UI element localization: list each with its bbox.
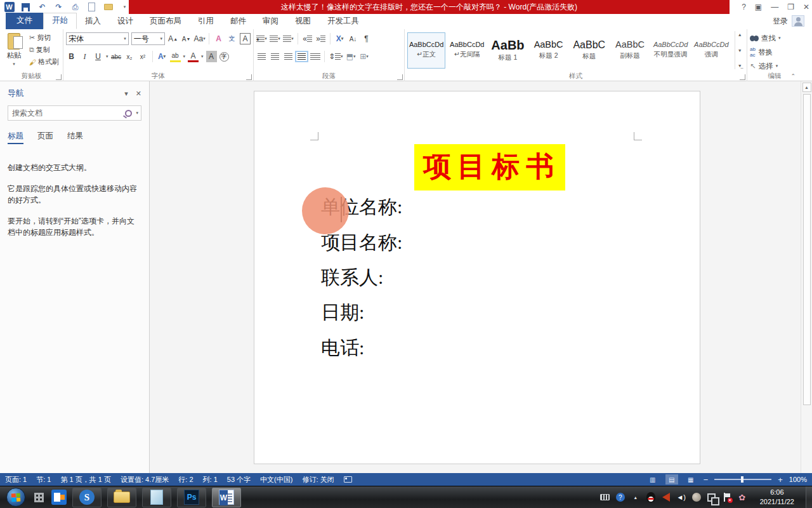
- keyboard-icon[interactable]: [600, 492, 610, 502]
- asian-layout-button[interactable]: X▾: [334, 33, 345, 44]
- nav-tab-headings[interactable]: 标题: [8, 131, 23, 144]
- collapse-ribbon-icon[interactable]: ⌃: [790, 73, 796, 79]
- tab-home[interactable]: 开始: [43, 13, 77, 29]
- tab-review[interactable]: 审阅: [254, 14, 287, 29]
- bullets-button[interactable]: ▾: [256, 33, 267, 44]
- taskbar-clock[interactable]: 6:06 2021/11/22: [760, 488, 794, 507]
- replace-button[interactable]: abac替换: [750, 46, 799, 58]
- tab-page-layout[interactable]: 页面布局: [141, 14, 190, 29]
- style-subtle-emphasis[interactable]: AaBbCcDd 不明显强调: [652, 32, 690, 69]
- font-name-combo[interactable]: 宋体▾: [66, 32, 129, 45]
- bold-button[interactable]: B: [66, 51, 77, 62]
- photoshop-button[interactable]: Ps: [177, 488, 206, 507]
- cut-button[interactable]: ✂剪切: [28, 32, 60, 43]
- highlight-dropdown-icon[interactable]: ▾: [183, 54, 186, 59]
- qq-icon[interactable]: [646, 492, 656, 502]
- nav-dropdown-icon[interactable]: ▾: [124, 90, 128, 98]
- phonetic-guide-button[interactable]: 文: [226, 33, 237, 44]
- tab-design[interactable]: 设计: [109, 14, 141, 29]
- underline-dropdown-icon[interactable]: ▾: [106, 54, 108, 59]
- new-document-icon[interactable]: [86, 2, 97, 13]
- zoom-in-button[interactable]: +: [778, 475, 783, 485]
- tab-mailings[interactable]: 邮件: [222, 14, 254, 29]
- status-track-changes[interactable]: 修订: 关闭: [302, 475, 334, 485]
- status-word-count[interactable]: 53 个字: [227, 475, 251, 485]
- launcher-grid-icon[interactable]: [25, 488, 44, 507]
- font-color-button[interactable]: A: [188, 51, 199, 62]
- video-app-icon[interactable]: [51, 488, 67, 507]
- field-date[interactable]: 日期:: [321, 300, 364, 326]
- subscript-button[interactable]: x₂: [124, 51, 135, 62]
- nav-close-icon[interactable]: ✕: [136, 90, 141, 98]
- increase-indent-button[interactable]: »: [315, 33, 326, 44]
- status-page[interactable]: 页面: 1: [5, 475, 27, 485]
- help-tray-icon[interactable]: ?: [615, 492, 625, 502]
- sort-button[interactable]: A↓: [348, 33, 358, 44]
- status-section[interactable]: 节: 1: [36, 475, 51, 485]
- grow-font-button[interactable]: A▲: [167, 33, 178, 44]
- underline-button[interactable]: U: [93, 51, 103, 62]
- print-preview-icon[interactable]: ⎙: [70, 2, 81, 13]
- field-phone[interactable]: 电话:: [321, 335, 364, 361]
- print-layout-icon[interactable]: ▤: [665, 474, 678, 485]
- show-hide-marks-button[interactable]: ¶: [361, 33, 372, 44]
- show-desktop-button[interactable]: [806, 486, 812, 508]
- strikethrough-button[interactable]: abc: [111, 51, 122, 62]
- save-icon[interactable]: [20, 2, 31, 13]
- gallery-down-icon[interactable]: ▼: [738, 48, 742, 53]
- nav-tab-results[interactable]: 结果: [67, 131, 83, 144]
- style-heading1[interactable]: AaBb 标题 1: [488, 32, 527, 69]
- align-center-button[interactable]: [270, 51, 280, 62]
- style-heading2[interactable]: AaBbC 标题 2: [530, 32, 568, 69]
- utility-icon[interactable]: [691, 492, 702, 502]
- redo-icon[interactable]: ↷: [53, 2, 64, 13]
- multilevel-list-button[interactable]: ▾: [283, 33, 294, 44]
- paragraph-dialog-launcher[interactable]: [397, 74, 403, 80]
- character-border-button[interactable]: A: [240, 33, 251, 44]
- tab-developer[interactable]: 开发工具: [319, 14, 367, 29]
- shrink-font-button[interactable]: A▼: [181, 33, 192, 44]
- text-highlight-button[interactable]: ab: [170, 51, 181, 62]
- search-icon[interactable]: [125, 110, 132, 117]
- clear-formatting-button[interactable]: A: [213, 33, 224, 44]
- zoom-out-button[interactable]: −: [704, 475, 709, 485]
- style-subtitle[interactable]: AaBbC 副标题: [611, 32, 649, 69]
- status-setting[interactable]: 设置值: 4.7厘米: [121, 475, 169, 485]
- tab-insert[interactable]: 插入: [77, 14, 109, 29]
- ribbon-display-options-button[interactable]: ▣: [755, 3, 762, 11]
- vertical-scrollbar[interactable]: ▲: [801, 81, 812, 473]
- document-heading[interactable]: 项目标书: [414, 144, 565, 190]
- font-color-dropdown-icon[interactable]: ▾: [201, 54, 204, 59]
- close-button[interactable]: ✕: [803, 3, 809, 11]
- justify-button[interactable]: [296, 51, 307, 62]
- document-area[interactable]: 项目标书 单位名称: 项目名称: 联系人: 日期: 电话:: [150, 81, 801, 473]
- sign-in-area[interactable]: 登录: [773, 15, 804, 27]
- shading-button[interactable]: ⬒▾: [346, 51, 357, 62]
- zoom-level[interactable]: 100%: [789, 476, 807, 483]
- notepad-button[interactable]: [142, 488, 171, 507]
- status-page-count[interactable]: 第 1 页，共 1 页: [60, 475, 110, 485]
- macro-record-icon[interactable]: [344, 476, 352, 483]
- tab-references[interactable]: 引用: [190, 14, 222, 29]
- search-dropdown-icon[interactable]: ▾: [136, 110, 138, 116]
- flower-icon[interactable]: ✿: [737, 492, 747, 502]
- start-button[interactable]: [6, 488, 25, 507]
- gallery-up-icon[interactable]: ▲: [738, 32, 742, 37]
- paste-dropdown-icon[interactable]: ▾: [13, 62, 15, 67]
- decrease-indent-button[interactable]: «: [302, 33, 313, 44]
- scrollbar-thumb[interactable]: [803, 94, 811, 405]
- file-explorer-button[interactable]: [107, 488, 136, 507]
- align-left-button[interactable]: [256, 51, 267, 62]
- paste-button[interactable]: 粘贴 ▾: [3, 31, 25, 68]
- select-button[interactable]: ↖选择▾: [750, 60, 799, 72]
- word-button[interactable]: W: [212, 488, 241, 507]
- status-language[interactable]: 中文(中国): [260, 475, 292, 485]
- tab-view[interactable]: 视图: [287, 14, 319, 29]
- font-dialog-launcher[interactable]: [246, 74, 252, 80]
- copy-button[interactable]: ⧉复制: [28, 44, 60, 55]
- minimize-button[interactable]: —: [771, 3, 778, 11]
- search-input[interactable]: [8, 109, 124, 117]
- text-effects-button[interactable]: A▾: [157, 51, 167, 62]
- style-title[interactable]: AaBbC 标题: [570, 32, 608, 69]
- field-project-name[interactable]: 项目名称:: [321, 230, 402, 256]
